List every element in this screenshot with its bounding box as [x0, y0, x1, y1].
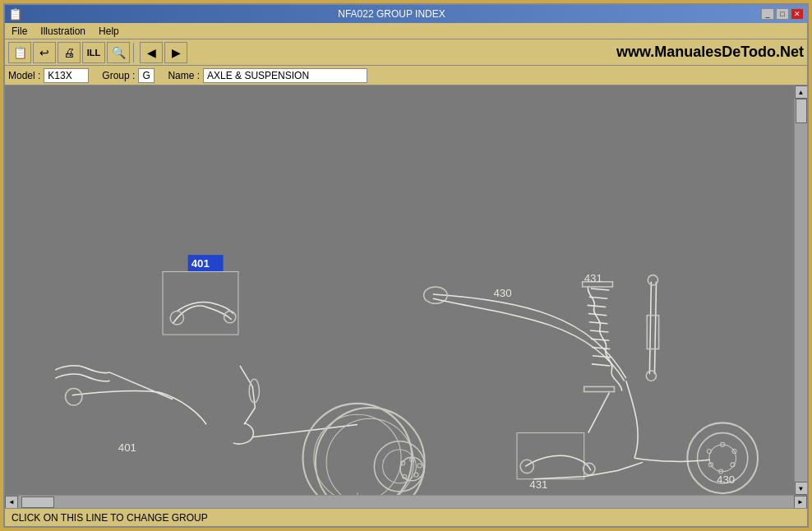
close-button[interactable]: ✕	[791, 8, 804, 20]
menu-file[interactable]: File	[8, 25, 30, 38]
name-field[interactable]: AXLE & SUSPENSION	[203, 68, 367, 83]
svg-point-7	[316, 408, 425, 495]
svg-point-23	[648, 275, 657, 285]
label-430-top: 430	[493, 287, 511, 299]
group-field[interactable]: G	[138, 68, 155, 83]
svg-point-3	[66, 388, 82, 404]
toolbar-search-btn[interactable]: 🔍	[107, 42, 130, 63]
toolbar-new-btn[interactable]: 📋	[8, 42, 31, 63]
svg-point-26	[520, 459, 533, 473]
scroll-thumb[interactable]	[796, 99, 807, 123]
toolbar-sep	[133, 43, 136, 62]
toolbar-undo-btn[interactable]: ↩	[33, 42, 56, 63]
toolbar-view-btn[interactable]: ILL	[82, 42, 105, 63]
svg-point-13	[418, 464, 422, 468]
label-430-bot: 430	[717, 473, 735, 486]
svg-point-14	[414, 473, 418, 477]
menu-help[interactable]: Help	[95, 25, 122, 38]
svg-point-27	[584, 463, 595, 474]
main-area: .part-line { stroke: #e8e8e0; stroke-wid…	[5, 85, 807, 495]
status-bar[interactable]: CLICK ON THIS LINE TO CHANGE GROUP	[5, 508, 807, 526]
label-431-top: 431	[584, 272, 602, 284]
status-text: CLICK ON THIS LINE TO CHANGE GROUP	[12, 512, 208, 524]
svg-point-24	[646, 371, 656, 381]
scroll-track	[795, 99, 807, 482]
scroll-up-btn[interactable]: ▲	[795, 85, 808, 99]
scroll-left-btn[interactable]: ◀	[5, 496, 18, 509]
h-scroll-thumb[interactable]	[21, 496, 54, 508]
diagram-svg: .part-line { stroke: #e8e8e0; stroke-wid…	[5, 85, 794, 495]
info-bar: Model : K13X Group : G Name : AXLE & SUS…	[5, 66, 807, 85]
title-bar: 📋 NFA022 GROUP INDEX _ □ ✕	[5, 5, 807, 23]
highlight-401-label: 401	[191, 257, 210, 270]
name-label: Name :	[168, 70, 200, 81]
window-title: NFA022 GROUP INDEX	[22, 8, 761, 20]
maximize-button[interactable]: □	[776, 8, 789, 20]
svg-rect-21	[584, 386, 615, 391]
svg-point-9	[374, 441, 424, 492]
scroll-right-btn[interactable]: ▶	[794, 496, 807, 509]
toolbar-print-btn[interactable]: 🖨	[58, 42, 81, 63]
svg-rect-22	[647, 316, 658, 349]
label-431-bot: 431	[529, 478, 547, 491]
toolbar-next-btn[interactable]: ▶	[164, 42, 187, 63]
group-label: Group :	[102, 70, 135, 81]
right-scrollbar: ▲ ▼	[794, 85, 807, 495]
window-controls: _ □ ✕	[761, 8, 804, 20]
svg-point-30	[709, 445, 736, 472]
minimize-button[interactable]: _	[761, 8, 774, 20]
svg-rect-0	[163, 272, 238, 335]
h-scroll-track	[18, 496, 794, 508]
diagram-container[interactable]: .part-line { stroke: #e8e8e0; stroke-wid…	[5, 85, 794, 495]
toolbar-prev-btn[interactable]: ◀	[140, 42, 163, 63]
main-window: 📋 NFA022 GROUP INDEX _ □ ✕ File Illustra…	[3, 3, 809, 528]
scroll-down-btn[interactable]: ▼	[795, 482, 808, 495]
label-401: 401	[118, 441, 136, 454]
app-icon: 📋	[8, 7, 22, 21]
model-label: Model :	[8, 70, 40, 81]
bottom-scrollbar: ◀ ▶	[5, 495, 807, 508]
toolbar: 📋 ↩ 🖨 ILL 🔍 ◀ ▶ www.ManualesDeTodo.Net	[5, 39, 807, 66]
model-field[interactable]: K13X	[44, 68, 89, 83]
website-label: www.ManualesDeTodo.Net	[616, 44, 804, 61]
menu-illustration[interactable]: Illustration	[37, 25, 89, 38]
svg-point-2	[224, 312, 236, 323]
menu-bar: File Illustration Help	[5, 23, 807, 39]
